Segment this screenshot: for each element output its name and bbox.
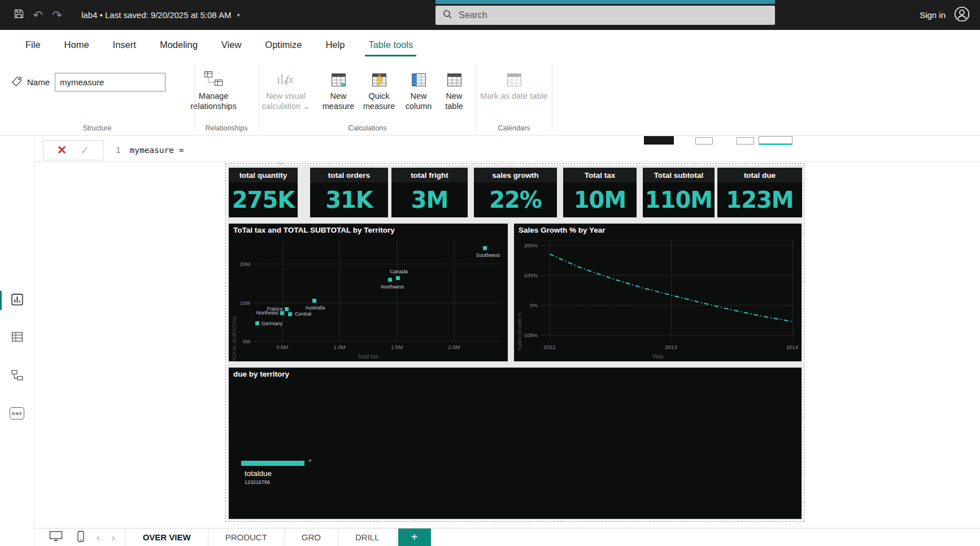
save-icon [14, 9, 24, 21]
page-tabs: OVER VIEW PRODUCT GRO DRILL [125, 528, 397, 546]
y-tick-label: 100% [524, 272, 538, 278]
scatter-visual[interactable]: ToTal tax and TOTAL SUBTOTAL by Territor… [229, 224, 508, 361]
report-view-button[interactable] [0, 288, 34, 313]
next-page-button[interactable]: › [111, 531, 115, 544]
redo-button[interactable]: ↷ [47, 6, 67, 25]
add-page-button[interactable]: + [398, 528, 431, 546]
account-avatar-icon[interactable] [954, 6, 970, 24]
kpi-card-total-subtotal[interactable]: Total subtotal 110M [643, 168, 715, 217]
card-value: 275K [229, 182, 298, 217]
scatter-x-axis-title: total tax [358, 353, 378, 360]
document-title-dropdown[interactable]: lab4 • Last saved: 9/20/2025 at 5:08 AM … [81, 10, 239, 20]
chevron-down-icon: ⌄ [303, 102, 310, 111]
kpi-card-total-due[interactable]: total due 123M [717, 168, 802, 217]
gridline [541, 305, 795, 305]
line-chart-visual[interactable]: Sales Growth % by Year Sales Growth % 20… [514, 224, 802, 361]
ribbon-tab-view[interactable]: View [210, 30, 253, 59]
previous-page-button[interactable]: ‹ [97, 531, 100, 544]
model-view-button[interactable] [0, 364, 34, 388]
card-value: 10M [563, 182, 637, 217]
ribbon-tab-optimize[interactable]: Optimize [253, 30, 313, 59]
group-label-structure: Structure [0, 124, 194, 132]
document-title: lab4 • Last saved: 9/20/2025 at 5:08 AM [81, 10, 231, 20]
new-visual-calculation-label: New visual calculation ⌄ [254, 91, 317, 111]
name-label: Name [27, 77, 50, 87]
page-tab-product[interactable]: PRODUCT [208, 528, 285, 546]
new-column-label: New column [400, 91, 437, 111]
new-column-button[interactable]: New column [400, 66, 437, 111]
new-measure-button[interactable]: New measure [320, 66, 357, 111]
manage-relationships-button[interactable]: Manage relationships [180, 66, 247, 111]
search-input[interactable] [458, 10, 775, 21]
ribbon: Name Manage relationships fx New visual … [0, 59, 980, 136]
clipped-fragment [695, 137, 713, 145]
gridline [254, 303, 500, 303]
bar-chart-title: due by territory [233, 370, 289, 378]
monitor-icon [49, 531, 63, 544]
card-value: 22% [474, 182, 557, 217]
quick-measure-button[interactable]: Quick measure [359, 66, 399, 111]
group-label-calculations: Calculations [259, 124, 476, 132]
bar-chart-visual[interactable]: due by territory + totaldue 123216786 [229, 368, 802, 519]
ribbon-tab-table-tools[interactable]: Table tools [356, 30, 425, 59]
mobile-layout-button[interactable] [77, 528, 84, 546]
group-label-relationships: Relationships [194, 124, 259, 132]
data-view-button[interactable] [0, 325, 34, 350]
bar-value-label: 123216786 [245, 479, 270, 485]
gridline [541, 275, 795, 276]
x-tick-label: 2014 [786, 344, 798, 350]
mark-as-date-table-button[interactable]: Mark as date table [480, 66, 548, 102]
ribbon-tab-home[interactable]: Home [53, 30, 101, 59]
phone-icon [77, 531, 84, 544]
kpi-card-total-orders[interactable]: total orders 31K [310, 168, 388, 217]
formula-bar: ✕ ✓ 1 mymeasure = [34, 139, 980, 162]
formula-input[interactable]: mymeasure = [129, 146, 184, 155]
commit-formula-button[interactable]: ✓ [80, 144, 89, 157]
line-series[interactable] [541, 241, 795, 341]
undo-button[interactable]: ↶ [28, 6, 47, 25]
bar-category-label: totaldue [245, 469, 272, 478]
visual-header-icon [278, 162, 284, 164]
name-input[interactable] [55, 73, 165, 91]
gridline [541, 245, 795, 246]
model-view-icon [11, 369, 24, 384]
territory-bar[interactable] [241, 461, 304, 466]
page-tab-gro[interactable]: GRO [285, 528, 338, 546]
quick-measure-icon [372, 66, 387, 88]
ribbon-tab-modeling[interactable]: Modeling [148, 30, 210, 59]
gridline [541, 335, 795, 335]
card-title: sales growth [474, 168, 557, 182]
page-tab-overview[interactable]: OVER VIEW [125, 528, 208, 546]
report-page[interactable]: total quantity 275K total orders 31K tot… [227, 165, 803, 520]
gridline [792, 241, 793, 341]
new-measure-label: New measure [320, 91, 357, 111]
x-tick-label: 2.0M [448, 344, 460, 350]
page-tab-drill[interactable]: DRILL [338, 528, 397, 546]
ribbon-tab-help[interactable]: Help [313, 30, 356, 59]
line-y-axis-title: Sales Growth % [516, 312, 522, 350]
ribbon-tab-file[interactable]: File [14, 30, 53, 59]
save-button[interactable] [9, 6, 28, 25]
new-table-button[interactable]: New table [438, 66, 470, 111]
measure-name-field: Name [11, 73, 165, 91]
manage-relationships-label: Manage relationships [180, 91, 247, 111]
kpi-card-total-tax[interactable]: Total tax 10M [563, 168, 637, 217]
new-visual-calculation-button[interactable]: fx New visual calculation ⌄ [254, 66, 317, 111]
sign-in-button[interactable]: Sign in [920, 10, 946, 20]
kpi-card-total-fright[interactable]: total fright 3M [391, 168, 468, 217]
y-tick-label: 200% [524, 242, 538, 248]
desktop-layout-button[interactable] [49, 528, 63, 546]
dax-query-view-icon: DAX [10, 407, 24, 420]
kpi-card-total-quantity[interactable]: total quantity 275K [229, 168, 298, 217]
card-title: Total subtotal [643, 168, 715, 182]
card-title: total due [717, 168, 802, 182]
gridline [339, 241, 340, 341]
dax-query-view-button[interactable]: DAX [0, 401, 34, 426]
title-bar: ↶ ↷ lab4 • Last saved: 9/20/2025 at 5:08… [0, 0, 980, 30]
kpi-card-sales-growth[interactable]: sales growth 22% [474, 168, 557, 217]
search-box[interactable] [435, 6, 775, 25]
ribbon-tab-insert[interactable]: Insert [101, 30, 148, 59]
scatter-title: ToTal tax and TOTAL SUBTOTAL by Territor… [233, 226, 395, 234]
new-column-icon [411, 66, 426, 88]
cancel-formula-button[interactable]: ✕ [57, 143, 67, 157]
